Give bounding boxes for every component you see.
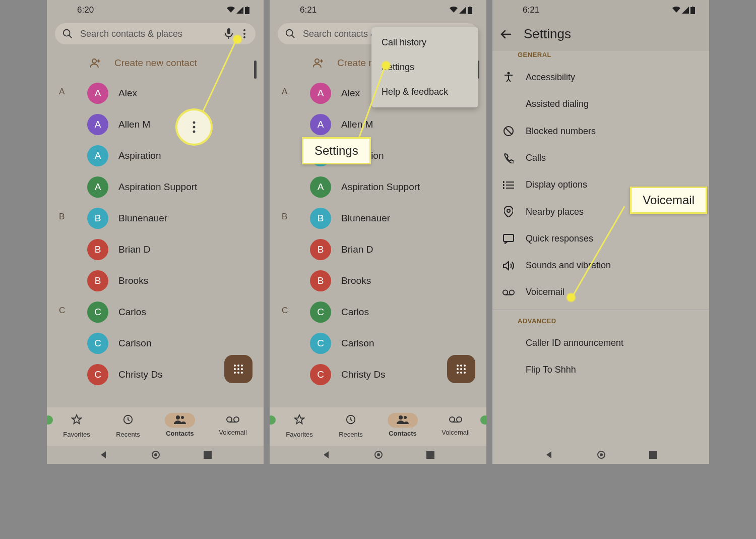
contact-row[interactable]: BBrooks — [85, 265, 264, 296]
avatar: A — [310, 114, 331, 135]
nav-contacts[interactable]: Contacts — [388, 413, 418, 437]
svg-point-10 — [234, 365, 236, 367]
avatar: A — [87, 114, 108, 135]
avatar: B — [87, 270, 108, 291]
svg-point-39 — [457, 368, 459, 370]
nav-recents[interactable]: Recents — [336, 412, 365, 438]
section-letter: C — [59, 306, 65, 316]
section-general: GENERAL — [492, 48, 709, 64]
avatar: C — [310, 302, 331, 323]
setting-blocked-numbers[interactable]: Blocked numbers — [492, 117, 709, 145]
section-letter: B — [59, 212, 65, 222]
contact-row[interactable]: CCarlos — [308, 296, 486, 328]
contact-row[interactable]: AAspiration — [85, 140, 264, 171]
svg-point-63 — [503, 185, 504, 186]
svg-point-18 — [241, 372, 243, 374]
section-advanced: ADVANCED — [492, 314, 709, 330]
contact-row[interactable]: AAllen M — [85, 109, 264, 140]
svg-point-17 — [237, 372, 239, 374]
avatar: A — [87, 83, 108, 104]
back-arrow-icon[interactable] — [500, 29, 512, 40]
setting-flip-to-shhh[interactable]: Flip To Shhh — [492, 356, 709, 383]
setting-assisted-dialing[interactable]: Assisted dialing — [492, 91, 709, 117]
contact-row[interactable]: BBrian D — [85, 234, 264, 265]
avatar: C — [87, 333, 108, 354]
system-nav — [47, 446, 264, 464]
avatar: B — [310, 270, 331, 291]
contact-row[interactable]: CCarlson — [308, 328, 486, 359]
section-letter: C — [282, 306, 288, 316]
svg-point-21 — [181, 416, 184, 419]
avatar: B — [310, 239, 331, 260]
dialpad-fab[interactable] — [224, 355, 253, 383]
wifi-icon — [450, 7, 458, 14]
setting-calls[interactable]: Calls — [492, 145, 709, 171]
mic-icon[interactable] — [224, 28, 233, 39]
voicemail-icon — [449, 416, 462, 423]
contact-row[interactable]: AAspiration Support — [308, 171, 486, 203]
contact-row[interactable]: BBlunenauer — [85, 203, 264, 234]
menu-call-history[interactable]: Call history — [371, 30, 478, 55]
dialpad-fab[interactable] — [447, 355, 475, 383]
section-letter: A — [59, 87, 65, 97]
contact-row[interactable]: CCarlson — [85, 328, 264, 359]
setting-accessibility[interactable]: Accessibility — [492, 64, 709, 91]
nav-voicemail[interactable]: Voicemail — [217, 414, 248, 436]
contact-row[interactable]: AAlex — [85, 78, 264, 109]
highlight-dot — [233, 35, 241, 43]
search-bar[interactable]: Search contacts & places — [55, 23, 256, 44]
contact-row[interactable]: CCarlos — [85, 296, 264, 328]
nav-voicemail[interactable]: Voicemail — [440, 414, 471, 436]
overflow-menu-icon[interactable] — [240, 28, 248, 39]
nav-favorites[interactable]: Favorites — [62, 412, 91, 438]
svg-rect-27 — [204, 451, 212, 459]
recents-icon[interactable] — [426, 451, 434, 459]
recents-icon[interactable] — [649, 451, 657, 459]
contact-row[interactable]: BBrian D — [308, 234, 486, 265]
contact-row[interactable]: BBlunenauer — [308, 203, 486, 234]
svg-point-12 — [241, 365, 243, 367]
contact-row[interactable]: AAspiration Support — [85, 171, 264, 203]
contact-name: Aspiration Support — [118, 182, 197, 193]
home-icon[interactable] — [597, 450, 606, 459]
dialpad-icon — [233, 364, 244, 375]
svg-point-37 — [460, 365, 462, 367]
setting-caller-id[interactable]: Caller ID announcement — [492, 330, 709, 356]
avatar: A — [87, 145, 108, 166]
highlight-dot — [382, 62, 390, 70]
back-icon[interactable] — [99, 450, 108, 459]
settings-header: Settings — [492, 19, 709, 51]
highlight-circle — [175, 108, 213, 146]
setting-sounds-vibration[interactable]: Sounds and vibration — [492, 252, 709, 279]
back-icon[interactable] — [544, 450, 553, 459]
svg-point-56 — [508, 72, 510, 75]
setting-voicemail[interactable]: Voicemail — [492, 279, 709, 306]
status-icons — [450, 5, 472, 15]
svg-point-71 — [600, 453, 603, 456]
contact-name: Brooks — [118, 275, 148, 286]
nav-contacts[interactable]: Contacts — [165, 413, 195, 437]
status-icons — [672, 5, 695, 15]
clock-icon — [345, 414, 356, 425]
contact-row[interactable]: AAllen M — [308, 109, 486, 140]
svg-point-14 — [237, 368, 239, 370]
home-icon[interactable] — [374, 450, 383, 459]
nav-favorites[interactable]: Favorites — [285, 412, 314, 438]
menu-help[interactable]: Help & feedback — [371, 80, 478, 104]
home-icon[interactable] — [151, 450, 160, 459]
svg-rect-53 — [426, 451, 434, 459]
screen-settings: 6:21 Settings GENERAL Accessibility Assi… — [492, 0, 709, 464]
recents-icon[interactable] — [204, 451, 212, 459]
battery-icon — [245, 7, 249, 14]
search-placeholder: Search contacts & places — [80, 29, 217, 39]
svg-point-15 — [241, 368, 243, 370]
svg-point-36 — [457, 365, 459, 367]
back-icon[interactable] — [322, 450, 331, 459]
nav-recents[interactable]: Recents — [113, 412, 143, 438]
contact-row[interactable]: BBrooks — [308, 265, 486, 296]
svg-rect-2 — [246, 7, 248, 7]
svg-point-11 — [237, 365, 239, 367]
avatar: C — [87, 364, 108, 385]
contact-name: Aspiration — [118, 150, 161, 161]
contact-name: Christy Ds — [341, 369, 386, 380]
